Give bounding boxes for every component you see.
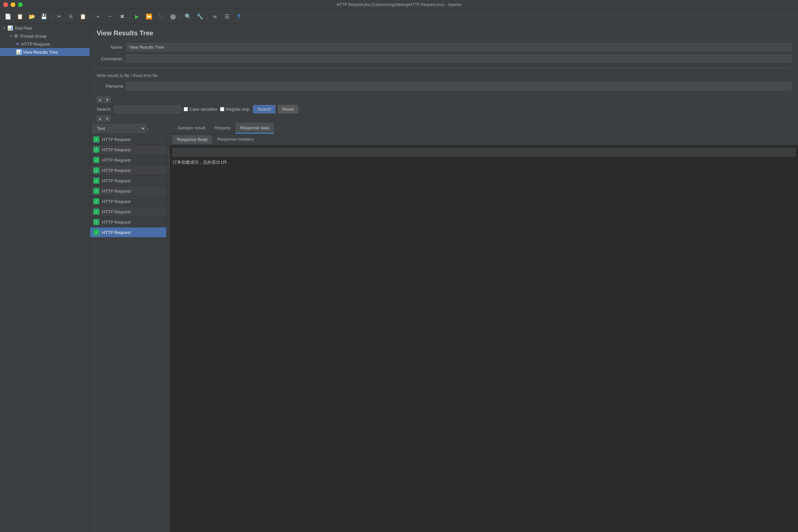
tree-item-test-plan[interactable]: ▼ 📊 Test Plan — [0, 24, 90, 32]
test-plan-icon: 📊 — [7, 25, 13, 31]
result-item-6[interactable]: ✓ HTTP Request — [90, 196, 166, 207]
subtab-response-headers[interactable]: Response headers — [213, 135, 258, 144]
result-label-8: HTTP Request — [102, 220, 131, 225]
add-button[interactable]: + — [93, 11, 103, 22]
comments-input[interactable] — [126, 55, 791, 63]
start-no-pauses-button[interactable]: ⏩ — [144, 11, 154, 22]
search-button[interactable]: Search — [253, 105, 276, 113]
tab-response-data[interactable]: Response data — [235, 123, 274, 134]
down-arrow-btn-1[interactable]: ▼ — [104, 96, 111, 103]
result-item-5[interactable]: ✓ HTTP Request — [90, 186, 166, 196]
window-title: HTTP Request.jmx (/Users/songzhipeng/HTT… — [337, 2, 461, 7]
paste-button[interactable]: 📋 — [78, 11, 88, 22]
regular-exp-checkbox[interactable] — [220, 107, 224, 111]
close-button[interactable] — [3, 2, 8, 7]
result-icon-3: ✓ — [93, 167, 99, 173]
result-item-0[interactable]: ✓ HTTP Request — [90, 134, 166, 145]
titlebar: HTTP Request.jmx (/Users/songzhipeng/HTT… — [0, 0, 798, 10]
search-input[interactable] — [114, 105, 181, 113]
resize-handle[interactable]: | — [147, 127, 148, 131]
results-list: ✓ HTTP Request ✓ HTTP Request ✓ HTTP Req… — [90, 134, 167, 238]
up-arrow-btn-1[interactable]: ▲ — [97, 96, 103, 103]
result-icon-1: ✓ — [93, 147, 99, 153]
spy-glass-button[interactable]: 🔍 — [183, 11, 193, 22]
view-results-label: View Results Tree — [23, 50, 58, 55]
minimize-button[interactable] — [11, 2, 15, 7]
tree-item-http-request[interactable]: ✏ HTTP Request — [0, 40, 90, 48]
result-item-4[interactable]: ✓ HTTP Request — [90, 176, 166, 186]
content-area: View Results Tree Name: Comments: Write … — [90, 24, 798, 96]
result-icon-7: ✓ — [93, 209, 99, 215]
tree-item-thread-group[interactable]: ▼ ⚙ Thread Group — [0, 32, 90, 40]
case-sensitive-label: Case sensitive — [184, 107, 218, 112]
start-button[interactable]: ▶ — [132, 11, 142, 22]
result-icon-8: ✓ — [93, 219, 99, 225]
remote-button[interactable]: 🔧 — [195, 11, 205, 22]
tab-sampler-result[interactable]: Sampler result — [173, 123, 210, 134]
log-viewer-button[interactable]: ☰ — [222, 11, 232, 22]
stop-button[interactable]: ⬛ — [156, 11, 166, 22]
thread-group-icon: ⚙ — [14, 33, 18, 39]
templates-button[interactable]: 📋 — [15, 11, 25, 22]
format-dropdown[interactable]: Text HTML JSON XML RegExp Tester — [93, 124, 146, 133]
vertical-splitter[interactable]: ⋮ — [167, 123, 170, 532]
name-input[interactable] — [126, 43, 791, 51]
help-button[interactable]: ? — [234, 11, 244, 22]
result-item-1[interactable]: ✓ HTTP Request — [90, 145, 166, 155]
shutdown-button[interactable]: ⬤ — [168, 11, 178, 22]
down-arrow-btn-2[interactable]: ▼ — [104, 115, 111, 122]
result-item-2[interactable]: ✓ HTTP Request — [90, 155, 166, 165]
separator-3 — [129, 13, 130, 21]
cut-button[interactable]: ✂ — [54, 11, 64, 22]
open-button[interactable]: 📂 — [27, 11, 37, 22]
remove-button[interactable]: − — [104, 11, 115, 22]
view-results-icon: 📊 — [16, 49, 22, 55]
result-item-7[interactable]: ✓ HTTP Request — [90, 207, 166, 217]
up-arrow-btn-2[interactable]: ▲ — [97, 115, 103, 122]
dropdown-row: Text HTML JSON XML RegExp Tester | — [90, 123, 167, 134]
arrow-icon: ▼ — [3, 26, 6, 30]
subtab-response-body[interactable]: Response Body — [173, 135, 212, 144]
name-row: Name: — [97, 43, 791, 51]
reset-button[interactable]: Reset — [278, 105, 298, 113]
result-icon-0: ✓ — [93, 136, 99, 142]
left-panel: ▼ 📊 Test Plan ▼ ⚙ Thread Group ✏ HTTP Re… — [0, 24, 90, 532]
save-button[interactable]: 💾 — [39, 11, 49, 22]
result-item-3[interactable]: ✓ HTTP Request — [90, 165, 166, 176]
sub-tabs: Response Body Response headers — [170, 134, 798, 145]
maximize-button[interactable] — [18, 2, 23, 7]
response-filter-input[interactable] — [173, 148, 795, 156]
result-icon-4: ✓ — [93, 178, 99, 184]
result-item-9[interactable]: ✓ HTTP Request — [90, 227, 166, 238]
http-request-icon: ✏ — [16, 41, 20, 47]
result-label-0: HTTP Request — [102, 137, 131, 142]
main-layout: ▼ 📊 Test Plan ▼ ⚙ Thread Group ✏ HTTP Re… — [0, 24, 798, 532]
name-label: Name: — [97, 45, 124, 50]
function-helper-button[interactable]: fx — [210, 11, 220, 22]
separator-5 — [207, 13, 208, 21]
result-label-3: HTTP Request — [102, 168, 131, 173]
tab-request[interactable]: Request — [210, 123, 235, 134]
results-container: Text HTML JSON XML RegExp Tester | ✓ HTT… — [90, 123, 798, 532]
filename-input[interactable] — [126, 82, 791, 90]
response-text: 订单创建成功，总的卖出1件 — [173, 159, 795, 166]
separator-2 — [90, 13, 91, 21]
separator-1 — [51, 13, 52, 21]
panel-title: View Results Tree — [97, 29, 791, 37]
tree-item-view-results[interactable]: 📊 View Results Tree — [0, 48, 90, 56]
search-row: Search: Case sensitive Regular exp. Sear… — [90, 104, 798, 115]
result-item-8[interactable]: ✓ HTTP Request — [90, 217, 166, 227]
result-label-7: HTTP Request — [102, 209, 131, 214]
result-icon-6: ✓ — [93, 198, 99, 204]
copy-button[interactable]: ⎘ — [66, 11, 76, 22]
clear-all-button[interactable]: ✖ — [117, 11, 127, 22]
test-plan-label: Test Plan — [14, 26, 32, 31]
result-icon-2: ✓ — [93, 157, 99, 163]
result-icon-5: ✓ — [93, 188, 99, 194]
response-body-area: 订单创建成功，总的卖出1件 — [170, 145, 798, 532]
new-button[interactable]: 📄 — [3, 11, 13, 22]
result-icon-9: ✓ — [93, 229, 99, 235]
filename-label: Filename — [97, 84, 124, 89]
comments-row: Comments: — [97, 55, 791, 63]
case-sensitive-checkbox[interactable] — [184, 107, 188, 111]
